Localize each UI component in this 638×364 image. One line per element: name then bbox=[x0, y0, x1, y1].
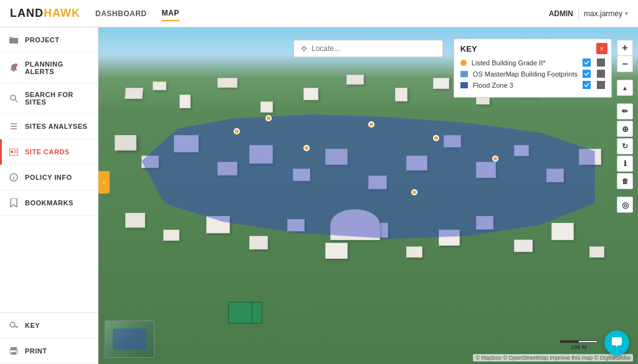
locate-search-icon bbox=[300, 45, 308, 52]
key-item-flood-zone: Flood Zone 3 bbox=[460, 81, 605, 89]
map-pin[interactable] bbox=[433, 135, 439, 141]
user-name: max.jarmey bbox=[584, 9, 622, 18]
svg-point-22 bbox=[16, 351, 17, 352]
logo: LANDHAWK bbox=[0, 7, 90, 20]
folder-icon bbox=[9, 35, 19, 45]
svg-point-23 bbox=[303, 47, 306, 50]
chat-button[interactable] bbox=[604, 330, 629, 355]
search-input[interactable] bbox=[312, 44, 436, 53]
sidebar-item-print[interactable]: PRINT bbox=[0, 338, 98, 364]
key-title: KEY bbox=[460, 44, 605, 54]
map-scene[interactable]: KEY × Listed Building Grade II* OS Maste… bbox=[98, 27, 638, 364]
logo-hawk: HAWK bbox=[44, 7, 80, 20]
zoom-out-button[interactable]: − bbox=[617, 56, 633, 72]
trash-button[interactable]: 🗑 bbox=[617, 173, 633, 189]
map-controls: + − ▲ ✏ ⊕ ↻ ℹ 🗑 ◎ bbox=[617, 40, 633, 213]
sidebar-item-sites-analyses[interactable]: SITES ANALYSES bbox=[0, 114, 98, 139]
compass-button[interactable]: ◎ bbox=[617, 197, 633, 213]
os-mastermap-settings-icon[interactable] bbox=[597, 70, 605, 78]
bookmark-icon bbox=[9, 198, 19, 208]
svg-point-16 bbox=[10, 322, 15, 327]
sidebar-item-planning-alerts[interactable]: ! PLANNING ALERTS bbox=[0, 53, 98, 83]
sidebar-label-project: PROJECT bbox=[25, 36, 59, 44]
key-item-listed-building: Listed Building Grade II* bbox=[460, 58, 605, 67]
sidebar-collapse-button[interactable]: ‹ bbox=[98, 171, 110, 194]
sidebar-label-search: SEARCH FOR SITES bbox=[25, 91, 89, 106]
sidebar-item-policy-info[interactable]: i POLICY INFO bbox=[0, 165, 98, 190]
print-icon bbox=[9, 346, 19, 356]
map-attribution: © Mapbox © OpenStreetMap Improve this ma… bbox=[473, 354, 633, 362]
header-right: ADMIN max.jarmey ▾ bbox=[549, 7, 638, 20]
info-button[interactable]: ℹ bbox=[617, 156, 633, 172]
listed-building-label: Listed Building Grade II* bbox=[472, 59, 578, 67]
listed-building-dot bbox=[460, 60, 467, 66]
key-close-button[interactable]: × bbox=[596, 43, 607, 54]
sidebar-item-search-for-sites[interactable]: SEARCH FOR SITES bbox=[0, 83, 98, 114]
list-icon bbox=[9, 121, 19, 131]
sidebar-item-project[interactable]: PROJECT bbox=[0, 27, 98, 53]
listed-building-settings-icon[interactable] bbox=[597, 58, 605, 67]
svg-rect-1 bbox=[9, 37, 13, 39]
sidebar: PROJECT ! PLANNING ALERTS SEARCH FOR SIT… bbox=[0, 27, 98, 364]
sidebar-label-policy-info: POLICY INFO bbox=[25, 174, 72, 181]
sidebar-label-planning-alerts: PLANNING ALERTS bbox=[25, 60, 89, 75]
map-pin[interactable] bbox=[492, 156, 498, 162]
flood-zone-label: Flood Zone 3 bbox=[473, 82, 578, 89]
locate-button[interactable]: ⊕ bbox=[617, 121, 633, 137]
map-container: KEY × Listed Building Grade II* OS Maste… bbox=[98, 27, 638, 364]
key-item-os-mastermap: OS MasterMap Building Footprints bbox=[460, 70, 605, 78]
sidebar-item-site-cards[interactable]: SITE CARDS bbox=[0, 139, 98, 165]
zoom-control-group: + − bbox=[617, 40, 633, 72]
chat-icon bbox=[611, 337, 623, 349]
logo-land: LAND bbox=[10, 7, 44, 20]
flood-zone-settings-icon[interactable] bbox=[597, 81, 605, 89]
map-search-bar bbox=[293, 40, 443, 57]
navbar: LANDHAWK DASHBOARD MAP ADMIN max.jarmey … bbox=[0, 0, 638, 27]
divider bbox=[578, 7, 579, 20]
rotate-button[interactable]: ↻ bbox=[617, 138, 633, 154]
svg-rect-21 bbox=[11, 352, 16, 355]
sidebar-label-sites-analyses: SITES ANALYSES bbox=[25, 123, 87, 130]
key-panel: KEY × Listed Building Grade II* OS Maste… bbox=[454, 39, 612, 98]
admin-badge: ADMIN bbox=[549, 9, 573, 18]
sidebar-item-bookmarks[interactable]: BOOKMARKS bbox=[0, 190, 98, 216]
svg-point-11 bbox=[11, 151, 13, 153]
map-pin[interactable] bbox=[234, 128, 240, 134]
user-menu[interactable]: max.jarmey ▾ bbox=[584, 9, 628, 18]
sidebar-label-key: KEY bbox=[25, 322, 40, 329]
listed-building-checkbox[interactable] bbox=[583, 58, 591, 67]
os-mastermap-label: OS MasterMap Building Footprints bbox=[473, 70, 578, 78]
pencil-button[interactable]: ✏ bbox=[617, 103, 633, 119]
scale-bar: 100 M bbox=[560, 340, 598, 350]
flood-zone-swatch bbox=[460, 82, 468, 88]
bell-icon: ! bbox=[9, 63, 19, 73]
sidebar-label-print: PRINT bbox=[25, 347, 47, 355]
scale-label: 100 M bbox=[571, 344, 586, 350]
nav-links: DASHBOARD MAP bbox=[95, 6, 179, 21]
id-card-icon bbox=[9, 147, 19, 157]
sidebar-label-site-cards: SITE CARDS bbox=[25, 148, 70, 156]
map-pin[interactable] bbox=[411, 189, 417, 195]
zoom-in-button[interactable]: + bbox=[617, 40, 633, 56]
svg-text:!: ! bbox=[16, 64, 17, 67]
svg-rect-2 bbox=[13, 70, 15, 72]
chevron-down-icon: ▾ bbox=[625, 10, 628, 17]
mini-map[interactable] bbox=[105, 320, 155, 358]
os-mastermap-checkbox[interactable] bbox=[583, 70, 591, 78]
info-icon: i bbox=[9, 172, 19, 182]
nav-dashboard[interactable]: DASHBOARD bbox=[95, 7, 147, 21]
svg-text:i: i bbox=[12, 175, 14, 181]
svg-point-5 bbox=[11, 95, 16, 100]
flood-zone-checkbox[interactable] bbox=[583, 81, 591, 89]
key-icon bbox=[9, 320, 19, 330]
search-icon bbox=[9, 93, 19, 103]
svg-line-6 bbox=[15, 100, 17, 102]
sidebar-item-key[interactable]: KEY bbox=[0, 313, 98, 338]
os-mastermap-swatch bbox=[460, 71, 468, 77]
nav-map[interactable]: MAP bbox=[162, 6, 179, 21]
svg-rect-0 bbox=[9, 38, 18, 44]
sidebar-bottom: KEY PRINT bbox=[0, 312, 98, 364]
sidebar-label-bookmarks: BOOKMARKS bbox=[25, 199, 74, 207]
tilt-button[interactable]: ▲ bbox=[617, 80, 633, 96]
